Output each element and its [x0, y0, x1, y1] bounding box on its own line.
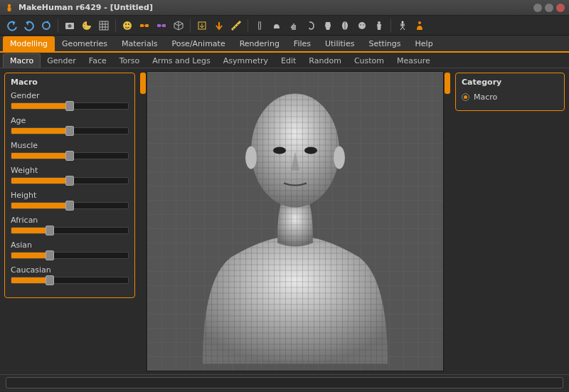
- toolbar-separator: [58, 19, 58, 32]
- subtab-custom[interactable]: Custom: [348, 54, 390, 68]
- hand-button[interactable]: [286, 18, 302, 33]
- slider-height[interactable]: [11, 202, 129, 209]
- redo-button[interactable]: [21, 18, 37, 33]
- slider-asian[interactable]: [11, 252, 129, 259]
- window-buttons: [533, 4, 565, 12]
- subtab-edit[interactable]: Edit: [275, 54, 302, 68]
- toolbar: [0, 16, 569, 36]
- category-panel-title: Category: [462, 78, 558, 87]
- slider-muscle[interactable]: [11, 152, 129, 159]
- slider-age[interactable]: [11, 127, 129, 134]
- skeleton-button[interactable]: [395, 18, 410, 33]
- slider-label: Height: [11, 191, 129, 200]
- toolbar-separator: [248, 19, 248, 32]
- toolbar-separator: [115, 19, 116, 32]
- body-button[interactable]: [371, 18, 387, 33]
- foot-button[interactable]: [269, 18, 284, 33]
- slider-gender[interactable]: [11, 102, 129, 110]
- subtab-asymmetry[interactable]: Asymmetry: [217, 54, 275, 68]
- category-label: Macro: [474, 92, 497, 102]
- bottom-bar: [0, 374, 569, 390]
- export-button[interactable]: [194, 18, 210, 33]
- slider-label: Age: [11, 116, 129, 125]
- macro-panel-title: Macro: [11, 78, 129, 87]
- svg-rect-14: [162, 24, 166, 27]
- ear-button[interactable]: [303, 18, 319, 33]
- subtab-macro[interactable]: Macro: [3, 53, 41, 68]
- torso-button[interactable]: [320, 18, 336, 33]
- svg-point-18: [360, 24, 361, 26]
- svg-point-2: [43, 22, 50, 29]
- back-button[interactable]: [337, 18, 353, 33]
- subtab-arms-and-legs[interactable]: Arms and Legs: [146, 54, 216, 68]
- maximize-button[interactable]: [545, 4, 553, 12]
- viewport-scrollbar-right[interactable]: [444, 71, 451, 371]
- category-panel: Category Macro: [455, 73, 565, 111]
- macro-panel: Macro GenderAgeMuscleWeightHeightAfrican…: [4, 73, 135, 298]
- snapshot-button[interactable]: [62, 18, 78, 33]
- tab-rendering[interactable]: Rendering: [233, 36, 287, 51]
- tab-settings[interactable]: Settings: [361, 36, 408, 51]
- svg-rect-12: [145, 24, 149, 27]
- face-button[interactable]: [354, 18, 370, 33]
- svg-point-19: [363, 24, 364, 26]
- tab-pose-animate[interactable]: Pose/Animate: [164, 36, 232, 51]
- goggles-orange-button[interactable]: [137, 18, 152, 33]
- slider-row-age: Age: [11, 116, 129, 134]
- subtab-random[interactable]: Random: [302, 54, 348, 68]
- tab-help[interactable]: Help: [408, 36, 440, 51]
- svg-point-26: [334, 146, 345, 169]
- cube-button[interactable]: [171, 18, 186, 33]
- svg-point-24: [251, 93, 339, 207]
- svg-point-6: [84, 26, 85, 28]
- tab-utilities[interactable]: Utilities: [318, 36, 361, 51]
- tab-modelling[interactable]: Modelling: [3, 36, 55, 51]
- subtab-face[interactable]: Face: [83, 54, 113, 68]
- slider-african[interactable]: [11, 227, 129, 234]
- category-item-macro[interactable]: Macro: [462, 91, 558, 103]
- svg-rect-1: [8, 7, 11, 11]
- subtab-measure[interactable]: Measure: [390, 54, 437, 68]
- leg-button[interactable]: [252, 18, 267, 33]
- slider-row-muscle: Muscle: [11, 141, 129, 159]
- slider-row-african: African: [11, 216, 129, 234]
- svg-point-17: [358, 22, 366, 29]
- slider-caucasian[interactable]: [11, 277, 129, 284]
- slider-row-gender: Gender: [11, 91, 129, 110]
- main-tabs: ModellingGeometriesMaterialsPose/Animate…: [0, 36, 569, 53]
- slider-row-asian: Asian: [11, 240, 129, 259]
- svg-point-0: [8, 4, 11, 6]
- svg-point-8: [123, 21, 132, 30]
- subtab-gender[interactable]: Gender: [41, 54, 83, 68]
- reset-button[interactable]: [38, 18, 54, 33]
- viewport-3d[interactable]: [147, 71, 444, 371]
- minimize-button[interactable]: [533, 4, 542, 12]
- tab-materials[interactable]: Materials: [115, 36, 164, 51]
- window-title: MakeHuman r6429 - [Untitled]: [18, 3, 533, 12]
- svg-rect-7: [100, 21, 108, 30]
- person-orange-button[interactable]: [412, 18, 427, 33]
- command-input[interactable]: [6, 377, 563, 388]
- svg-point-20: [378, 21, 381, 24]
- measure-button[interactable]: [228, 18, 244, 33]
- right-panel: Category Macro: [451, 68, 569, 374]
- sub-tabs: MacroGenderFaceTorsoArms and LegsAsymmet…: [0, 53, 569, 68]
- smile-button[interactable]: [119, 18, 135, 33]
- svg-point-27: [273, 147, 286, 154]
- slider-row-weight: Weight: [11, 166, 129, 184]
- wireframe-button[interactable]: [96, 18, 112, 33]
- palette-button[interactable]: [79, 18, 95, 33]
- slider-label: Gender: [11, 91, 129, 100]
- slider-label: Caucasian: [11, 265, 129, 275]
- slider-label: Asian: [11, 240, 129, 250]
- undo-button[interactable]: [4, 18, 20, 33]
- subtab-torso[interactable]: Torso: [113, 54, 147, 68]
- goggles-purple-button[interactable]: [154, 18, 169, 33]
- arrow-down-orange-button[interactable]: [211, 18, 227, 33]
- viewport-scrollbar-left[interactable]: [139, 71, 147, 371]
- tab-geometries[interactable]: Geometries: [55, 36, 115, 51]
- tab-files[interactable]: Files: [287, 36, 318, 51]
- radio-icon: [462, 93, 469, 101]
- close-button[interactable]: [556, 4, 565, 12]
- slider-weight[interactable]: [11, 177, 129, 184]
